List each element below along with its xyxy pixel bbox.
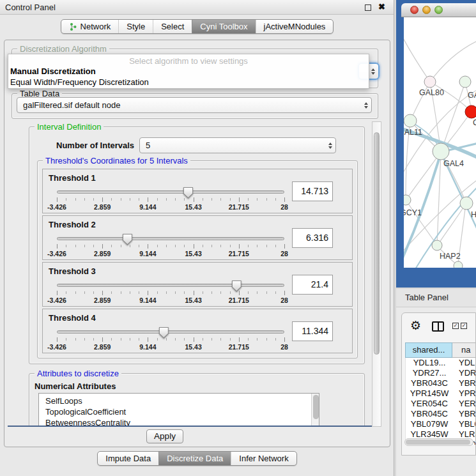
cell-shared-name[interactable]: YDL19... [406,358,453,368]
minor-tick [248,338,249,341]
network-node-gal11[interactable] [404,114,417,127]
cell-name[interactable]: YER0 [453,399,476,409]
threshold-slider[interactable]: -3.4262.8599.14415.4321.71528 [57,327,284,353]
network-node-gal80[interactable] [424,76,436,88]
slider-thumb[interactable] [183,187,193,199]
cell-shared-name[interactable]: YBR045C [406,409,453,419]
network-node-c[interactable] [465,105,476,118]
minor-tick [139,338,139,341]
cell-shared-name[interactable]: YDR27... [406,368,453,378]
network-node-gcy1[interactable] [404,195,411,205]
slider-thumb[interactable] [123,234,132,245]
attributes-scrollbar-thumb[interactable] [313,395,319,419]
cell-shared-name[interactable]: YER054C [406,399,453,409]
dropdown-option-equal-width-frequency[interactable]: Equal Width/Frequency Discretization [10,77,149,87]
minor-tick [230,245,231,247]
table-row[interactable]: YER054CYER0 [406,399,476,409]
columns-icon-divider [438,323,439,330]
minor-tick [248,245,249,247]
axis-tick-label: 9.144 [139,203,156,211]
tab-discretize-data[interactable]: Discretize Data [158,452,231,465]
cell-shared-name[interactable]: YPR145W [406,388,453,399]
interval-definition-group: Interval Definition Number of Intervals … [29,127,365,364]
threshold-row: Threshold 2 -3.4262.8599.14415.4321.7152… [42,215,353,260]
table-row[interactable]: YBL079WYBL0 [406,419,476,429]
slider-track[interactable] [57,237,284,240]
close-icon[interactable]: ✖ [378,2,385,12]
tab-jactivemnodules[interactable]: jActiveMNodules [256,20,334,33]
attribute-item-selfloops[interactable]: SelfLoops [39,395,319,406]
cell-name[interactable]: YDL1 [453,358,476,368]
cell-name[interactable]: YBL0 [453,419,476,429]
major-tick [239,197,240,202]
table-horizontal-scrollbar[interactable] [404,438,473,446]
cell-name[interactable]: YPR1 [453,388,476,399]
number-of-intervals-combo[interactable]: 5 [139,137,336,153]
settings-vertical-scrollbar[interactable] [372,121,381,427]
tab-infer-network[interactable]: Infer Network [231,452,296,465]
checkbox-icon[interactable]: ✓ [461,323,467,329]
threshold-row: Threshold 3 -3.4262.8599.14415.4321.7152… [42,262,353,307]
apply-button[interactable]: Apply [146,429,183,443]
close-traffic-light[interactable] [410,6,418,14]
control-panel-titlebar: Control Panel ✖ [0,0,394,15]
minimize-traffic-light[interactable] [422,6,431,14]
column-header-shared-name[interactable]: shared... [405,342,452,358]
tab-select[interactable]: Select [153,20,192,33]
table-row[interactable]: YBR045CYBR0 [406,409,476,419]
minor-tick [175,338,176,341]
threshold-value-field[interactable]: 14.713 [292,181,333,201]
float-window-icon[interactable] [365,4,371,11]
threshold-slider[interactable]: -3.4262.8599.14415.4321.71528 [57,280,284,306]
cell-shared-name[interactable]: YBL079W [406,419,453,429]
slider-track[interactable] [57,190,284,194]
minor-tick [211,338,212,341]
slider-track[interactable] [57,284,284,287]
tab-label: Discretize Data [167,454,223,463]
network-node-hap2[interactable] [432,240,442,250]
attributes-scrollbar[interactable] [311,394,319,427]
table-row[interactable]: YDL19...YDL1 [406,358,476,368]
dropdown-option-manual-discretization[interactable]: Manual Discretization [10,66,96,76]
columns-icon[interactable] [432,321,444,332]
cell-name[interactable]: YBR0 [453,378,476,388]
table-row[interactable]: YDR27...YDR2 [406,368,476,378]
table-row[interactable]: YPR145WYPR1 [406,388,476,399]
threshold-slider[interactable]: -3.4262.8599.14415.4321.71528 [57,234,284,259]
minor-tick [84,291,85,294]
network-node[interactable] [454,261,463,268]
network-node-gal4[interactable] [433,143,449,160]
slider-track[interactable] [57,330,284,334]
numerical-attributes-list[interactable]: SelfLoopsTopologicalCoefficientBetweenne… [38,393,319,427]
cell-name[interactable]: YDR2 [453,368,476,378]
table-hscrollbar-thumb[interactable] [406,440,470,445]
threshold-value-field[interactable]: 6.316 [292,228,333,248]
attribute-item-betweennesscentrality[interactable]: BetweennessCentrality [39,417,319,427]
gear-icon[interactable]: ⚙ [410,318,421,334]
threshold-slider[interactable]: -3.4262.8599.14415.4321.71528 [57,187,284,213]
tab-network[interactable]: Network [61,20,119,33]
column-header-name[interactable]: na [452,342,476,358]
network-node-gal[interactable] [459,76,471,88]
cell-shared-name[interactable]: YBR043C [406,378,453,388]
axis-tick-label: -3.426 [47,203,66,211]
slider-thumb[interactable] [159,327,169,339]
tab-impute-data[interactable]: Impute Data [98,452,158,465]
network-node-h[interactable] [460,197,473,210]
attribute-item-topologicalcoefficient[interactable]: TopologicalCoefficient [39,406,319,417]
network-canvas[interactable]: GAL80GALCGAL11GAL4GCY1HHAP2 [404,17,476,268]
table-data-combo[interactable]: galFiltered.sif default node [17,97,372,113]
checkbox-icon[interactable]: ✓ [452,323,459,329]
node-table: shared... na YDL19...YDL1YDR27...YDR2YBR… [405,342,476,445]
select-columns-icons[interactable]: ✓ ✓ [452,323,467,329]
tab-style[interactable]: Style [118,20,153,33]
cell-name[interactable]: YBR0 [453,409,476,419]
slider-thumb[interactable] [232,280,242,292]
zoom-traffic-light[interactable] [434,6,443,14]
settings-scrollbar-thumb[interactable] [374,132,380,355]
tab-cyni-toolbox[interactable]: Cyni Toolbox [192,20,255,33]
table-row[interactable]: YBR043CYBR0 [406,378,476,388]
slider-ticks [57,337,284,342]
threshold-value-field[interactable]: 21.4 [292,275,333,295]
threshold-value-field[interactable]: 11.344 [292,321,333,341]
